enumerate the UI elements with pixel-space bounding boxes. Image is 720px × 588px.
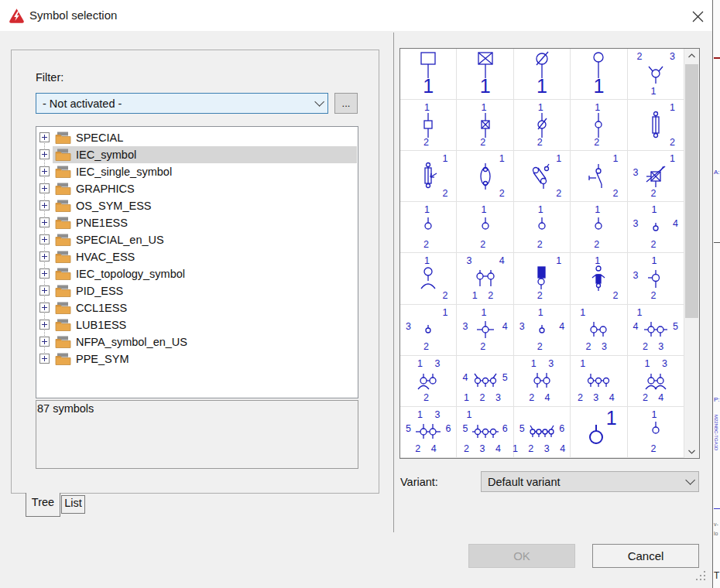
symbol-cell-25[interactable]: 312 xyxy=(628,253,684,304)
symbol-cell-29[interactable]: 12 3 xyxy=(571,305,627,356)
symbol-cell-40[interactable]: 12 xyxy=(628,407,684,458)
symbol-cell-24[interactable]: 12 xyxy=(571,253,627,304)
close-button[interactable] xyxy=(686,6,709,26)
expand-plus-icon[interactable] xyxy=(39,234,50,244)
circle-pin-glyph xyxy=(583,212,614,243)
resize-grip[interactable] xyxy=(694,569,707,582)
connection-point-label: 1 xyxy=(538,308,548,318)
connection-point-label: 2 xyxy=(423,393,433,403)
symbol-cell-34[interactable]: 12 3 4 xyxy=(571,356,627,407)
symbol-cell-16[interactable]: 12 xyxy=(400,202,457,253)
connection-point-label: 1 xyxy=(442,308,447,318)
symbol-cell-2[interactable]: 1 xyxy=(457,49,513,100)
connection-point-label: 2 3 xyxy=(586,342,611,352)
symbol-cell-3[interactable]: 1 xyxy=(514,49,571,100)
scroll-up-button[interactable] xyxy=(684,49,699,62)
scrollbar-thumb[interactable] xyxy=(685,64,698,318)
tree-item-NFPA_symbol_en_US[interactable]: NFPA_symbol_en_US xyxy=(36,333,358,350)
symbol-cell-37[interactable]: 5162 3 4 xyxy=(457,407,513,458)
expand-plus-icon[interactable] xyxy=(39,132,50,142)
tab-tree[interactable]: Tree xyxy=(26,493,60,517)
two-circ-h1-glyph xyxy=(583,314,614,345)
tree-item-SPECIAL[interactable]: SPECIAL xyxy=(36,129,358,146)
expand-plus-icon[interactable] xyxy=(39,354,50,364)
tab-list[interactable]: List xyxy=(61,495,85,514)
expand-plus-icon[interactable] xyxy=(39,251,50,262)
symbol-cell-18[interactable]: 12 xyxy=(514,202,571,253)
tree-item-LUB1ESS[interactable]: LUB1ESS xyxy=(36,316,358,333)
tree-item-CCL1ESS[interactable]: CCL1ESS xyxy=(36,299,358,316)
background-text: T xyxy=(714,570,719,581)
connection-point-label: 2 xyxy=(537,342,547,352)
symbol-cell-8[interactable]: 12 xyxy=(514,100,571,151)
expand-plus-icon[interactable] xyxy=(39,200,50,210)
symbol-cell-12[interactable]: 12 xyxy=(457,151,513,202)
symbol-cell-27[interactable]: 3142 xyxy=(457,305,513,356)
symbol-cell-1[interactable]: 1 xyxy=(400,49,457,100)
filter-combobox[interactable]: - Not activated - xyxy=(36,93,328,114)
symbol-library-tree[interactable]: SPECIALIEC_symbolIEC_single_symbolGRAPHI… xyxy=(36,126,358,398)
symbol-cell-14[interactable]: 12 xyxy=(571,151,627,202)
symbol-cell-6[interactable]: 12 xyxy=(400,100,457,151)
symbol-cell-20[interactable]: 3142 xyxy=(628,202,684,253)
varistor-glyph xyxy=(640,161,671,192)
cancel-button[interactable]: Cancel xyxy=(592,544,699,568)
symbol-cell-11[interactable]: 12 xyxy=(400,151,457,202)
expand-plus-icon[interactable] xyxy=(39,149,50,159)
symbol-cell-31[interactable]: 1 32 xyxy=(400,356,457,407)
tree-item-PNE1ESS[interactable]: PNE1ESS xyxy=(36,214,358,231)
symbol-cell-13[interactable]: 12 xyxy=(514,151,571,202)
expand-plus-icon[interactable] xyxy=(39,337,50,347)
symbol-cell-33[interactable]: 1 32 4 xyxy=(514,356,571,407)
tree-item-SPECIAL_en_US[interactable]: SPECIAL_en_US xyxy=(36,231,358,248)
folder-icon xyxy=(55,251,71,266)
window-title: Symbol selection xyxy=(29,9,117,22)
symbol-cell-26[interactable]: 312 xyxy=(400,305,457,356)
symbol-cell-35[interactable]: 1 32 4 xyxy=(628,356,684,407)
symbol-cell-5[interactable]: 231 xyxy=(628,49,684,100)
tree-item-GRAPHICS[interactable]: GRAPHICS xyxy=(36,180,358,197)
connection-point-label: 3 xyxy=(406,322,411,332)
ok-label: OK xyxy=(513,549,530,562)
connection-point-label: 1 xyxy=(637,308,643,318)
tree-item-PID_ESS[interactable]: PID_ESS xyxy=(36,282,358,299)
tree-item-IEC_topology_symbol[interactable]: IEC_topology_symbol xyxy=(36,265,358,282)
filter-browse-button[interactable]: ... xyxy=(334,93,358,114)
connection-point-label: 1 xyxy=(537,77,547,96)
connection-point-label: 1 xyxy=(481,205,491,215)
expand-plus-icon[interactable] xyxy=(39,268,50,279)
tree-item-PPE_SYM[interactable]: PPE_SYM xyxy=(36,350,358,368)
tree-item-IEC_single_symbol[interactable]: IEC_single_symbol xyxy=(36,163,358,180)
symbol-cell-21[interactable]: 12 xyxy=(400,253,457,304)
expand-plus-icon[interactable] xyxy=(39,166,50,176)
symbol-cell-38[interactable]: 561 2 3 4 xyxy=(514,407,571,458)
expand-plus-icon[interactable] xyxy=(39,217,50,227)
symbol-cell-10[interactable]: 12 xyxy=(628,100,684,151)
symbol-cell-32[interactable]: 451 2 3 xyxy=(457,356,513,407)
symbol-cell-9[interactable]: 12 xyxy=(571,100,627,151)
tree-item-OS_SYM_ESS[interactable]: OS_SYM_ESS xyxy=(36,197,358,214)
scroll-down-button[interactable] xyxy=(684,445,699,458)
expand-plus-icon[interactable] xyxy=(39,183,50,193)
symbol-cell-4[interactable]: 1 xyxy=(571,49,627,100)
vertical-scrollbar[interactable] xyxy=(684,49,699,458)
folder-icon xyxy=(55,319,71,334)
symbol-cell-30[interactable]: 4152 3 xyxy=(628,305,684,356)
symbol-cell-39[interactable]: 1 xyxy=(571,407,627,458)
symbol-cell-28[interactable]: 3142 xyxy=(514,305,571,356)
expand-plus-icon[interactable] xyxy=(39,320,50,330)
tree-item-HVAC_ESS[interactable]: HVAC_ESS xyxy=(36,248,358,265)
symbol-cell-22[interactable]: 341 2 xyxy=(457,253,513,304)
expand-plus-icon[interactable] xyxy=(39,303,50,313)
connection-point-label: 1 xyxy=(595,103,605,113)
symbol-cell-36[interactable]: 51 362 4 xyxy=(400,407,457,458)
variant-combobox[interactable]: Default variant xyxy=(481,471,699,492)
symbol-cell-15[interactable]: 312 xyxy=(628,151,684,202)
tree-item-IEC_symbol[interactable]: IEC_symbol xyxy=(36,146,358,163)
symbol-cell-7[interactable]: 12 xyxy=(457,100,513,151)
ok-button[interactable]: OK xyxy=(468,544,575,568)
expand-plus-icon[interactable] xyxy=(39,285,50,296)
symbol-cell-17[interactable]: 12 xyxy=(457,202,513,253)
symbol-cell-23[interactable]: 12 xyxy=(514,253,571,304)
symbol-cell-19[interactable]: 12 xyxy=(571,202,627,253)
